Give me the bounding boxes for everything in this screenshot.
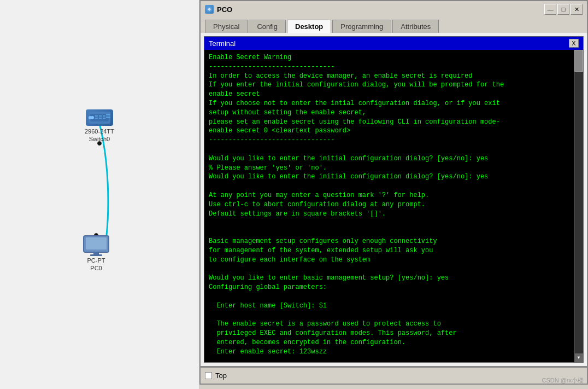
terminal-title: Terminal [209, 39, 236, 48]
minimize-button[interactable]: — [544, 4, 556, 15]
dialog-window: PCO — □ ✕ Physical Config Desktop Progra… [199, 0, 588, 389]
pc-label: PC-PT PC0 [87, 257, 105, 272]
window-title: PCO [217, 5, 544, 14]
pc-icon [83, 235, 109, 255]
svg-rect-7 [103, 115, 105, 117]
switch-conn-dot [97, 141, 102, 146]
tab-config[interactable]: Config [249, 20, 286, 33]
top-label: Top [215, 371, 227, 380]
scroll-thumb[interactable] [574, 50, 583, 72]
terminal-header: Terminal X [204, 37, 583, 50]
window-controls: — □ ✕ [544, 4, 583, 15]
svg-rect-11 [93, 252, 99, 254]
tab-programming[interactable]: Programming [332, 20, 391, 33]
svg-rect-3 [95, 115, 98, 117]
svg-rect-6 [99, 118, 102, 119]
window-content: Terminal X Enable Secret Warning -------… [199, 33, 588, 367]
svg-rect-10 [86, 237, 107, 249]
close-button[interactable]: ✕ [571, 4, 583, 15]
network-area: 2960-24TT Switch0 PC-PT PC0 [0, 0, 199, 372]
title-icon [205, 5, 214, 14]
switch-device[interactable]: 2960-24TT Switch0 [85, 109, 114, 143]
terminal-text: Enable Secret Warning ------------------… [209, 53, 579, 356]
svg-rect-5 [99, 115, 102, 117]
terminal-body[interactable]: Enable Secret Warning ------------------… [204, 50, 583, 362]
scroll-down-button[interactable]: ▼ [574, 353, 583, 362]
titlebar: PCO — □ ✕ [199, 0, 588, 18]
network-cable [0, 0, 199, 372]
pc-device[interactable]: PC-PT PC0 [83, 235, 109, 272]
switch-icon [86, 109, 113, 126]
terminal-container: Terminal X Enable Secret Warning -------… [204, 36, 584, 363]
tab-desktop[interactable]: Desktop [287, 20, 331, 33]
window-bottom-bar: Top [199, 367, 588, 385]
maximize-button[interactable]: □ [557, 4, 569, 15]
svg-rect-4 [95, 118, 98, 119]
svg-rect-8 [103, 118, 105, 119]
terminal-scrollbar[interactable]: ▼ [574, 50, 583, 362]
svg-point-2 [91, 116, 94, 119]
tab-bar: Physical Config Desktop Programming Attr… [199, 18, 588, 33]
top-checkbox[interactable] [205, 372, 212, 379]
terminal-close-button[interactable]: X [569, 39, 579, 48]
tab-physical[interactable]: Physical [205, 20, 248, 33]
svg-rect-12 [90, 254, 102, 256]
tab-attributes[interactable]: Attributes [392, 20, 439, 33]
watermark: CSDN @rx小楼 [542, 376, 584, 385]
